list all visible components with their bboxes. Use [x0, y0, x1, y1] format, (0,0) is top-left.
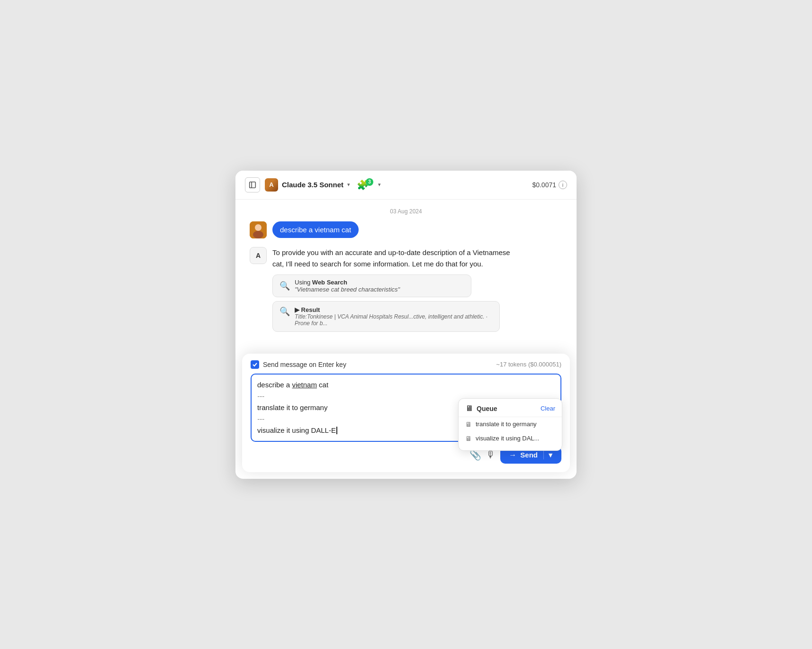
ai-response-text: To provide you with an accurate and up-t… [272, 247, 519, 270]
attachment-icon: 📎 [469, 449, 481, 461]
plugin-chevron-icon: ▾ [378, 182, 381, 188]
vietnam-underline: vietnam [292, 381, 317, 389]
input-line-1: describe a vietnam cat [257, 379, 555, 391]
cost-display: $0.0071 i [532, 181, 567, 189]
clear-queue-button[interactable]: Clear [541, 405, 555, 412]
model-selector[interactable]: A Claude 3.5 Sonnet ▾ [265, 178, 350, 192]
queue-item-1-icon: 🖥 [465, 420, 472, 428]
queue-item-1-text: translate it to germany [476, 420, 537, 428]
ai-avatar: A [250, 247, 267, 264]
result-label: ▶ Result [295, 306, 493, 313]
send-on-enter-checkbox[interactable] [251, 360, 259, 369]
plugin-button[interactable]: 🧩 3 ▾ [357, 179, 381, 191]
queue-item-1: 🖥 translate it to germany [459, 417, 562, 431]
token-count-label: ~17 tokens ($0.000051) [496, 361, 561, 368]
cost-value: $0.0071 [532, 181, 556, 189]
tool-name: Web Search [312, 279, 347, 286]
tool-query: "Vietnamese cat breed characteristics" [295, 286, 400, 293]
app-window: A Claude 3.5 Sonnet ▾ 🧩 3 ▾ $0.0071 i 03… [235, 171, 577, 479]
queue-title: 🖥 Queue [465, 404, 497, 413]
user-bubble: describe a vietnam cat [272, 221, 359, 238]
microphone-button[interactable]: 🎙 [486, 449, 496, 460]
chat-area: 03 Aug 2024 describe a vietnam cat A To … [235, 200, 577, 350]
model-chevron-icon: ▾ [347, 182, 350, 188]
tool-text: Using Web Search "Vietnamese cat breed c… [295, 279, 400, 293]
model-name-label: Claude 3.5 Sonnet [282, 181, 343, 189]
search-icon: 🔍 [280, 281, 290, 291]
send-on-enter-label: Send message on Enter key [263, 361, 346, 368]
text-cursor [336, 427, 337, 434]
user-message-row: describe a vietnam cat [250, 221, 562, 238]
result-content: ▶ Result Title:Tonkinese | VCA Animal Ho… [295, 306, 493, 327]
date-divider: 03 Aug 2024 [250, 200, 562, 221]
sidebar-toggle-button[interactable] [245, 177, 260, 192]
user-avatar [250, 221, 267, 238]
queue-item-2-text: visualize it using DAL... [476, 435, 539, 442]
result-block: 🔍 ▶ Result Title:Tonkinese | VCA Animal … [272, 301, 500, 332]
plugin-count-badge: 3 [366, 178, 373, 186]
result-text: Title:Tonkinese | VCA Animal Hospitals R… [295, 313, 493, 327]
header: A Claude 3.5 Sonnet ▾ 🧩 3 ▾ $0.0071 i [235, 171, 577, 200]
attachment-button[interactable]: 📎 [469, 449, 481, 461]
tool-using-label: Using [295, 279, 312, 286]
queue-title-label: Queue [477, 405, 497, 412]
send-label: Send [520, 451, 538, 459]
queue-item-2-icon: 🖥 [465, 435, 472, 442]
svg-rect-0 [250, 182, 256, 188]
claude-logo: A [265, 178, 278, 192]
result-search-icon: 🔍 [280, 306, 290, 317]
ai-message-row: A To provide you with an accurate and up… [250, 247, 562, 332]
queue-icon: 🖥 [465, 404, 473, 413]
send-arrow-icon: → [509, 451, 516, 459]
queue-popup: 🖥 Queue Clear 🖥 translate it to germany … [458, 398, 562, 451]
queue-header: 🖥 Queue Clear [459, 404, 562, 417]
tool-use-block: 🔍 Using Web Search "Vietnamese cat breed… [272, 274, 471, 297]
info-icon[interactable]: i [559, 181, 567, 189]
bottom-bar: Send message on Enter key ~17 tokens ($0… [251, 360, 561, 369]
send-on-enter-option[interactable]: Send message on Enter key [251, 360, 346, 369]
send-chevron-icon[interactable]: ▾ [543, 451, 557, 459]
user-avatar-image [250, 221, 267, 238]
mic-icon: 🎙 [486, 449, 496, 460]
queue-item-2: 🖥 visualize it using DAL... [459, 431, 562, 446]
